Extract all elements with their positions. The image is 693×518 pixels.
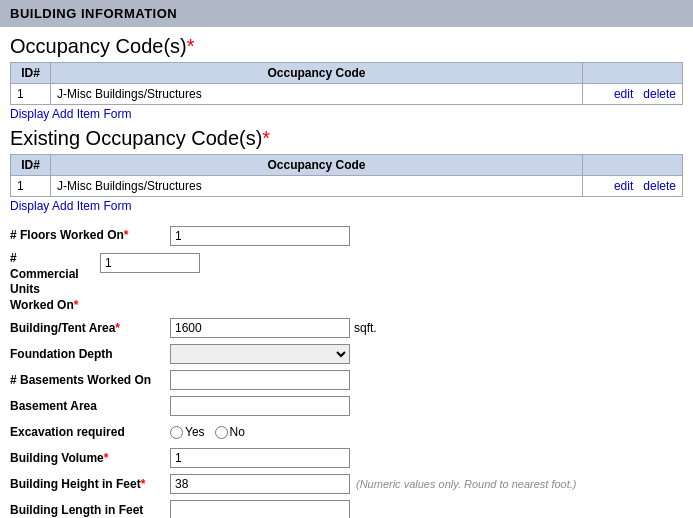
existing-occupancy-display-add-link[interactable]: Display Add Item Form (10, 199, 131, 213)
existing-occupancy-table: ID# Occupancy Code 1 J-Misc Buildings/St… (10, 154, 683, 197)
foundation-depth-select[interactable] (170, 344, 350, 364)
building-height-hint: (Numeric values only. Round to nearest f… (356, 478, 577, 490)
commercial-units-input[interactable] (100, 253, 200, 273)
basement-area-row: Basement Area (10, 395, 683, 417)
excavation-no-radio[interactable] (215, 426, 228, 439)
occupancy-col-actions (583, 63, 683, 84)
occupancy-display-add-link[interactable]: Display Add Item Form (10, 107, 131, 121)
existing-occupancy-col-id: ID# (11, 155, 51, 176)
existing-occupancy-section: Existing Occupancy Code(s)* ID# Occupanc… (10, 127, 683, 219)
building-tent-area-label: Building/Tent Area* (10, 321, 170, 337)
occupancy-title: Occupancy Code(s)* (10, 35, 683, 58)
foundation-depth-label: Foundation Depth (10, 347, 170, 363)
basements-worked-on-label: # Basements Worked On (10, 373, 170, 389)
building-form: # Floors Worked On* # Commercial Units W… (10, 225, 683, 518)
building-height-row: Building Height in Feet* (Numeric values… (10, 473, 683, 495)
existing-occupancy-delete-link[interactable]: delete (643, 179, 676, 193)
building-tent-area-input[interactable] (170, 318, 350, 338)
excavation-no-label: No (230, 425, 245, 439)
excavation-required-label: Excavation required (10, 425, 170, 441)
existing-occupancy-col-actions (583, 155, 683, 176)
occupancy-table: ID# Occupancy Code 1 J-Misc Buildings/St… (10, 62, 683, 105)
basements-worked-on-input[interactable] (170, 370, 350, 390)
existing-occupancy-row-code: J-Misc Buildings/Structures (51, 176, 583, 197)
excavation-required-row: Excavation required Yes No (10, 421, 683, 443)
header-title: BUILDING INFORMATION (10, 6, 177, 21)
existing-occupancy-title: Existing Occupancy Code(s)* (10, 127, 683, 150)
occupancy-delete-link[interactable]: delete (643, 87, 676, 101)
occupancy-row-code: J-Misc Buildings/Structures (51, 84, 583, 105)
occupancy-col-code: Occupancy Code (51, 63, 583, 84)
commercial-units-row: # Commercial Units Worked On* (10, 251, 683, 313)
excavation-yes-radio[interactable] (170, 426, 183, 439)
table-row: 1 J-Misc Buildings/Structures edit delet… (11, 84, 683, 105)
page-header: BUILDING INFORMATION (0, 0, 693, 27)
existing-occupancy-edit-link[interactable]: edit (614, 179, 633, 193)
building-volume-input[interactable] (170, 448, 350, 468)
occupancy-col-id: ID# (11, 63, 51, 84)
existing-occupancy-row-id: 1 (11, 176, 51, 197)
building-volume-label: Building Volume* (10, 451, 170, 467)
excavation-radio-group: Yes No (170, 425, 253, 439)
floors-worked-on-row: # Floors Worked On* (10, 225, 683, 247)
building-length-row: Building Length in Feet (10, 499, 683, 518)
occupancy-row-id: 1 (11, 84, 51, 105)
table-row: 1 J-Misc Buildings/Structures edit delet… (11, 176, 683, 197)
basement-area-input[interactable] (170, 396, 350, 416)
occupancy-section: Occupancy Code(s)* ID# Occupancy Code 1 … (10, 35, 683, 127)
building-length-input[interactable] (170, 500, 350, 518)
basements-worked-on-row: # Basements Worked On (10, 369, 683, 391)
building-length-label: Building Length in Feet (10, 503, 170, 518)
existing-occupancy-col-code: Occupancy Code (51, 155, 583, 176)
foundation-depth-row: Foundation Depth (10, 343, 683, 365)
excavation-yes-label: Yes (185, 425, 205, 439)
floors-worked-on-input[interactable] (170, 226, 350, 246)
building-height-input[interactable] (170, 474, 350, 494)
building-tent-area-row: Building/Tent Area* sqft. (10, 317, 683, 339)
occupancy-row-actions: edit delete (583, 84, 683, 105)
floors-worked-on-label: # Floors Worked On* (10, 228, 170, 244)
building-volume-row: Building Volume* (10, 447, 683, 469)
building-height-label: Building Height in Feet* (10, 477, 170, 493)
sqft-label: sqft. (354, 321, 377, 335)
basement-area-label: Basement Area (10, 399, 170, 415)
occupancy-edit-link[interactable]: edit (614, 87, 633, 101)
existing-occupancy-row-actions: edit delete (583, 176, 683, 197)
